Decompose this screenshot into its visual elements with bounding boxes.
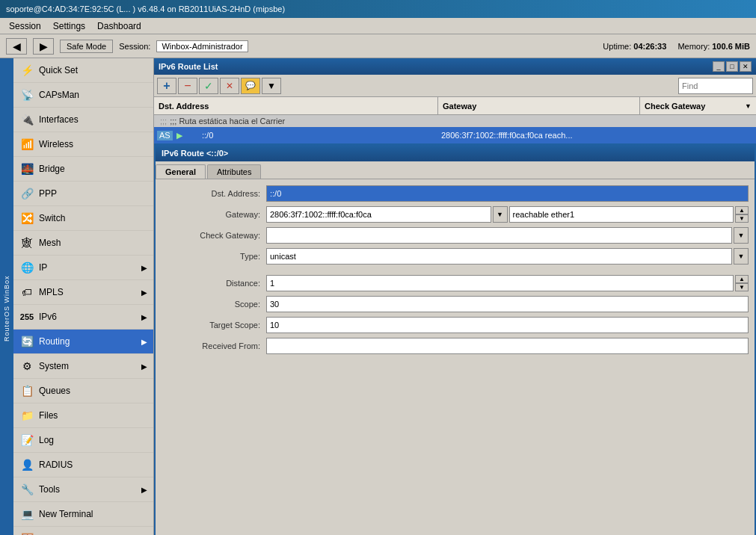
dst-address-row: Dst. Address: xyxy=(162,185,749,202)
queues-icon: 📋 xyxy=(19,383,34,398)
check-gateway-dropdown-btn[interactable]: ▼ xyxy=(734,227,749,244)
filter-button[interactable]: ▼ xyxy=(262,78,281,94)
col-header-dst-address[interactable]: Dst. Address xyxy=(154,97,438,114)
disable-button[interactable]: ✕ xyxy=(220,78,239,94)
gateway-label: Gateway: xyxy=(162,210,266,219)
routing-arrow: ▶ xyxy=(141,338,147,346)
top-bar: ◀ ▶ Safe Mode Session: Winbox-Administra… xyxy=(0,34,756,58)
gateway-dropdown-btn[interactable]: ▼ xyxy=(493,206,508,223)
tab-attributes[interactable]: Attributes xyxy=(207,164,261,179)
restore-button[interactable]: □ xyxy=(726,61,738,72)
ip-icon: 🌐 xyxy=(19,260,34,275)
type-dropdown-btn[interactable]: ▼ xyxy=(734,248,749,265)
sidebar-item-radius[interactable]: 👤 RADIUS xyxy=(13,453,153,477)
sidebar-item-system[interactable]: ⚙ System ▶ xyxy=(13,354,153,379)
check-gateway-row: Check Gateway: ▼ xyxy=(162,227,749,244)
sidebar-item-capsman[interactable]: 📡 CAPsMan xyxy=(13,83,153,108)
menu-session[interactable]: Session xyxy=(3,19,47,33)
sidebar-item-quick-set[interactable]: ⚡ Quick Set xyxy=(13,58,153,83)
table-header: Dst. Address Gateway Check Gateway ▼ xyxy=(154,97,756,115)
safe-mode-button[interactable]: Safe Mode xyxy=(60,40,113,53)
scope-row: Scope: xyxy=(162,296,749,312)
forward-button[interactable]: ▶ xyxy=(33,38,54,55)
ipv6-icon: 255 xyxy=(19,309,34,324)
remove-button[interactable]: − xyxy=(178,78,197,94)
tab-general[interactable]: General xyxy=(156,164,206,179)
add-button[interactable]: + xyxy=(157,78,176,94)
sidebar-label-tools: Tools xyxy=(39,484,137,495)
sidebar-item-interfaces[interactable]: 🔌 Interfaces xyxy=(13,108,153,132)
routing-icon: 🔄 xyxy=(19,334,34,349)
sidebar-item-switch[interactable]: 🔀 Switch xyxy=(13,206,153,231)
sidebar-label-files: Files xyxy=(39,410,147,421)
title-bar: soporte@C4:AD:34:7E:92:5C (L... ) v6.48.… xyxy=(0,0,756,18)
distance-spinner-up[interactable]: ▲ xyxy=(735,275,749,283)
uptime-value: 04:26:33 xyxy=(633,42,666,51)
minimize-button[interactable]: _ xyxy=(713,61,725,72)
distance-label: Distance: xyxy=(162,279,266,288)
back-button[interactable]: ◀ xyxy=(6,38,27,55)
gateway-input[interactable] xyxy=(266,206,491,223)
gateway-spinner-up[interactable]: ▲ xyxy=(735,206,749,214)
dst-address-label: Dst. Address: xyxy=(162,189,266,198)
sidebar-item-ipv6[interactable]: 255 IPv6 ▶ xyxy=(13,305,153,330)
close-button[interactable]: ✕ xyxy=(740,61,752,72)
ip-arrow: ▶ xyxy=(141,264,147,272)
content-area: IPv6 Route List _ □ ✕ + − ✓ ✕ 💬 ▼ Dst. A… xyxy=(154,58,756,535)
col-dropdown-icon: ▼ xyxy=(745,102,752,110)
sidebar-item-mpls[interactable]: 🏷 MPLS ▶ xyxy=(13,280,153,305)
gateway-spinner-down[interactable]: ▼ xyxy=(735,214,749,223)
sidebar-item-log[interactable]: 📝 Log xyxy=(13,428,153,453)
sidebar-label-routing: Routing xyxy=(39,336,137,347)
gateway-type-input[interactable] xyxy=(509,206,734,223)
sidebar-label-ipv6: IPv6 xyxy=(39,312,137,322)
sidebar-item-routing[interactable]: 🔄 Routing ▶ xyxy=(13,330,153,354)
scope-input[interactable] xyxy=(266,296,749,312)
sidebar-label-bridge: Bridge xyxy=(39,164,147,174)
comment-button[interactable]: 💬 xyxy=(241,78,260,94)
distance-input[interactable] xyxy=(266,275,734,291)
gateway-input-group: ▼ ▲ ▼ xyxy=(266,206,749,223)
col-header-check-gateway[interactable]: Check Gateway ▼ xyxy=(640,97,756,114)
menu-settings[interactable]: Settings xyxy=(47,19,91,33)
check-gateway-input-group: ▼ xyxy=(266,227,749,244)
row-dst-address: ::/0 xyxy=(199,131,438,140)
type-input[interactable] xyxy=(266,248,732,265)
sidebar-label-new-terminal: New Terminal xyxy=(39,509,147,519)
sidebar-label-interfaces: Interfaces xyxy=(39,114,147,125)
enable-button[interactable]: ✓ xyxy=(199,78,218,94)
ppp-icon: 🔗 xyxy=(19,186,34,201)
col-header-gateway[interactable]: Gateway xyxy=(438,97,640,114)
dst-address-input[interactable] xyxy=(266,185,749,202)
sidebar-label-ppp: PPP xyxy=(39,188,147,199)
menu-dashboard[interactable]: Dashboard xyxy=(91,19,147,33)
window-title-text: IPv6 Route List xyxy=(159,62,713,71)
sidebar-label-quick-set: Quick Set xyxy=(39,65,147,75)
sidebar-item-queues[interactable]: 📋 Queues xyxy=(13,379,153,403)
sidebar-label-mpls: MPLS xyxy=(39,287,137,297)
uptime-label: Uptime: xyxy=(603,42,631,51)
sidebar-item-mesh[interactable]: 🕸 Mesh xyxy=(13,231,153,256)
sidebar-item-bridge[interactable]: 🌉 Bridge xyxy=(13,157,153,182)
received-from-input[interactable] xyxy=(266,338,749,354)
row-gateway: 2806:3f7:1002::ffff:f0ca:f0ca reach... xyxy=(438,131,640,140)
sidebar-item-windows[interactable]: 🪟 Windows ▶ xyxy=(13,527,153,535)
sidebar-item-files[interactable]: 📁 Files xyxy=(13,403,153,428)
static-comment-row: ;;; ;;; Ruta estática hacia el Carrier xyxy=(154,115,756,127)
target-scope-input[interactable] xyxy=(266,317,749,333)
log-icon: 📝 xyxy=(19,433,34,448)
find-input[interactable] xyxy=(678,78,753,94)
type-input-group: ▼ xyxy=(266,248,749,265)
sidebar-item-ppp[interactable]: 🔗 PPP xyxy=(13,182,153,206)
radius-icon: 👤 xyxy=(19,457,34,472)
sidebar-label-system: System xyxy=(39,361,137,371)
sidebar-item-wireless[interactable]: 📶 Wireless xyxy=(13,132,153,157)
table-row[interactable]: AS ▶ ::/0 2806:3f7:1002::ffff:f0ca:f0ca … xyxy=(154,127,756,143)
sidebar-item-ip[interactable]: 🌐 IP ▶ xyxy=(13,256,153,280)
check-gateway-input[interactable] xyxy=(266,227,732,244)
distance-spinner-down[interactable]: ▼ xyxy=(735,283,749,291)
bridge-icon: 🌉 xyxy=(19,161,34,176)
sidebar-item-tools[interactable]: 🔧 Tools ▶ xyxy=(13,477,153,502)
sidebar-item-new-terminal[interactable]: 💻 New Terminal xyxy=(13,502,153,527)
uptime-info: Uptime: 04:26:33 Memory: 100.6 MiB xyxy=(603,42,750,51)
